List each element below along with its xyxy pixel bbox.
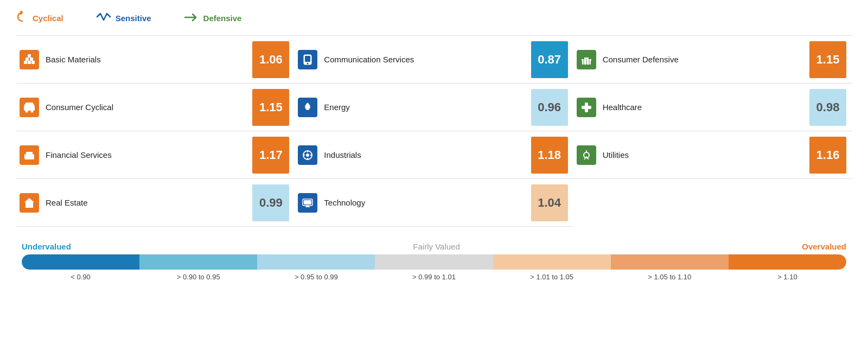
table-row: Consumer Defensive 1.15 <box>573 36 852 84</box>
bar-labels-bottom: < 0.90 > 0.90 to 0.95 > 0.95 to 0.99 > 0… <box>22 273 846 281</box>
cyclical-icon <box>16 11 28 25</box>
financial-services-icon <box>20 145 39 165</box>
technology-name: Technology <box>324 198 365 207</box>
real-estate-name: Real Estate <box>46 198 88 207</box>
svg-rect-1 <box>24 61 27 64</box>
sensitive-icon <box>96 11 111 25</box>
financial-services-value: 1.17 <box>252 137 289 174</box>
utilities-icon <box>577 145 596 165</box>
main-grid: Basic Materials 1.06 Consumer Cyclical 1… <box>16 35 852 227</box>
table-row: Consumer Cyclical 1.15 <box>16 84 295 131</box>
bar-segment-5 <box>493 254 611 270</box>
healthcare-value: 0.98 <box>809 89 846 126</box>
communication-services-name: Communication Services <box>324 55 414 64</box>
svg-rect-3 <box>31 61 35 64</box>
svg-rect-12 <box>26 152 33 155</box>
bar-labels-top: Undervalued Fairly Valued Overvalued <box>22 242 846 251</box>
fairly-valued-label: Fairly Valued <box>413 242 459 251</box>
bar-segment-1 <box>22 254 139 270</box>
table-row: Communication Services 0.87 <box>295 36 573 84</box>
defensive-column: Consumer Defensive 1.15 Healthcare 0.98 <box>573 36 852 227</box>
svg-rect-26 <box>304 200 311 204</box>
bar-segment-3 <box>257 254 375 270</box>
energy-value: 0.96 <box>531 89 568 126</box>
basic-materials-name: Basic Materials <box>46 55 101 64</box>
legend-bar-section: Undervalued Fairly Valued Overvalued < 0… <box>16 242 852 281</box>
healthcare-icon <box>577 98 596 117</box>
defensive-icon <box>184 12 199 24</box>
overvalued-label: Overvalued <box>802 242 846 251</box>
svg-rect-27 <box>305 206 310 207</box>
bar-segment-4 <box>375 254 493 270</box>
svg-rect-4 <box>25 57 29 61</box>
energy-name: Energy <box>324 103 350 112</box>
color-bar <box>22 254 846 270</box>
consumer-cyclical-value: 1.15 <box>252 89 289 126</box>
industrials-value: 1.18 <box>531 137 568 174</box>
svg-marker-10 <box>24 103 35 106</box>
table-row: Healthcare 0.98 <box>573 84 852 131</box>
utilities-value: 1.16 <box>809 137 846 174</box>
svg-rect-2 <box>28 61 31 64</box>
svg-rect-15 <box>28 204 31 208</box>
svg-point-13 <box>28 155 31 158</box>
svg-rect-28 <box>307 205 309 206</box>
energy-icon <box>298 98 317 117</box>
sensitive-label: Sensitive <box>116 14 151 23</box>
legend-cyclical: Cyclical <box>16 11 63 25</box>
consumer-cyclical-icon <box>20 98 39 117</box>
basic-materials-value: 1.06 <box>252 41 289 78</box>
legend-sensitive: Sensitive <box>96 11 151 25</box>
bar-bottom-label-4: > 0.99 to 1.01 <box>375 273 493 281</box>
technology-icon <box>298 193 317 213</box>
svg-rect-7 <box>24 106 35 111</box>
svg-rect-32 <box>586 57 589 59</box>
svg-rect-6 <box>28 54 31 57</box>
utilities-name: Utilities <box>603 150 629 159</box>
legend-row: Cyclical Sensitive Defensive <box>16 11 852 25</box>
consumer-defensive-icon <box>577 50 596 69</box>
industrials-icon <box>298 145 317 165</box>
bar-segment-2 <box>139 254 257 270</box>
communication-services-icon <box>298 50 317 69</box>
consumer-cyclical-name: Consumer Cyclical <box>46 103 113 112</box>
basic-materials-icon <box>20 50 39 69</box>
bar-bottom-label-7: > 1.10 <box>729 273 846 281</box>
bar-bottom-label-5: > 1.01 to 1.05 <box>493 273 611 281</box>
bar-segment-6 <box>611 254 729 270</box>
table-row: Financial Services 1.17 <box>16 131 295 179</box>
table-row: Energy 0.96 <box>295 84 573 131</box>
svg-point-9 <box>31 110 34 112</box>
table-row: Technology 1.04 <box>295 179 573 227</box>
industrials-name: Industrials <box>324 150 361 159</box>
svg-point-20 <box>306 154 309 157</box>
bar-segment-7 <box>729 254 846 270</box>
financial-services-name: Financial Services <box>46 150 112 159</box>
real-estate-value: 0.99 <box>252 184 289 221</box>
empty-row <box>573 179 852 227</box>
bar-bottom-label-6: > 1.05 to 1.10 <box>611 273 729 281</box>
technology-value: 1.04 <box>531 184 568 221</box>
svg-rect-31 <box>584 57 586 59</box>
svg-rect-5 <box>30 57 33 61</box>
table-row: Industrials 1.18 <box>295 131 573 179</box>
cyclical-column: Basic Materials 1.06 Consumer Cyclical 1… <box>16 36 295 227</box>
communication-services-value: 0.87 <box>531 41 568 78</box>
svg-rect-17 <box>305 56 310 62</box>
undervalued-label: Undervalued <box>22 242 71 251</box>
consumer-defensive-value: 1.15 <box>809 41 846 78</box>
defensive-label: Defensive <box>203 14 242 23</box>
consumer-defensive-name: Consumer Defensive <box>603 55 679 64</box>
cyclical-label: Cyclical <box>33 14 63 23</box>
svg-rect-37 <box>582 106 591 109</box>
real-estate-icon <box>20 193 39 213</box>
legend-defensive: Defensive <box>184 12 242 24</box>
sensitive-column: Communication Services 0.87 Energy 0.96 <box>295 36 573 227</box>
svg-point-8 <box>25 110 28 112</box>
table-row: Basic Materials 1.06 <box>16 36 295 84</box>
bar-bottom-label-2: > 0.90 to 0.95 <box>139 273 257 281</box>
table-row: Real Estate 0.99 <box>16 179 295 227</box>
healthcare-name: Healthcare <box>603 103 642 112</box>
table-row: Utilities 1.16 <box>573 131 852 179</box>
svg-point-18 <box>307 62 309 64</box>
